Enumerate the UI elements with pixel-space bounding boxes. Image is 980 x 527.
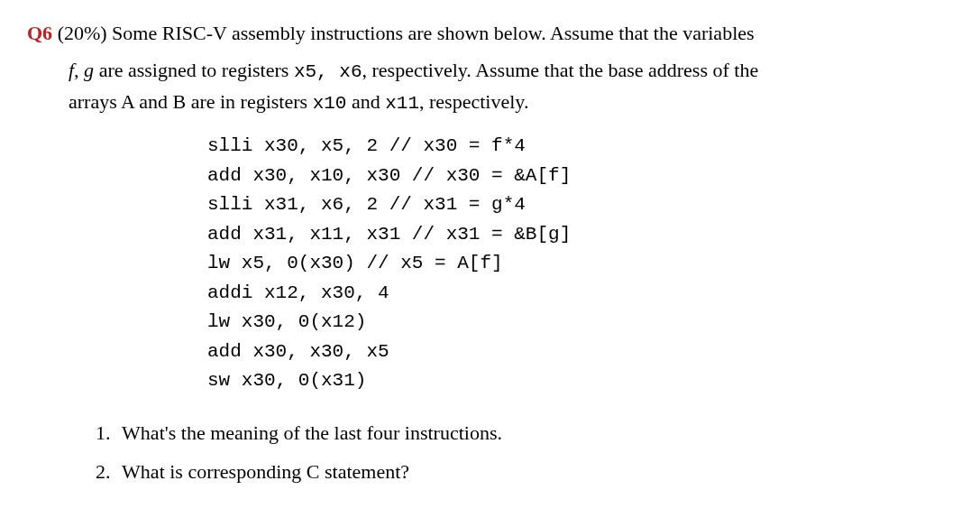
code-line: lw x30, 0(x12) [207, 311, 366, 332]
intro-text-1: Some RISC-V assembly instructions are sh… [107, 22, 755, 44]
intro-and: and [346, 90, 385, 113]
intro-text-3: , respectively. Assume that the base add… [362, 59, 759, 81]
sub-text: What's the meaning of the last four inst… [122, 421, 502, 444]
code-line: lw x5, 0(x30) // x5 = A[f] [207, 253, 503, 273]
question-header: Q6 (20%) Some RISC-V assembly instructio… [27, 18, 953, 48]
intro-text-2: are assigned to registers [94, 59, 294, 81]
intro-line-2: f, g are assigned to registers x5, x6, r… [27, 55, 953, 87]
register-x10: x10 [313, 93, 347, 114]
code-line: add x30, x30, x5 [207, 341, 389, 362]
question-label: Q6 [27, 22, 52, 44]
register-x11: x11 [385, 93, 419, 114]
intro-text-4: arrays A and B are in registers [69, 90, 313, 113]
sub-number: 2. [96, 457, 117, 486]
code-line: add x31, x11, x31 // x31 = &B[g] [207, 224, 571, 245]
code-line: add x30, x10, x30 // x30 = &A[f] [207, 165, 571, 186]
sub-questions: 1. What's the meaning of the last four i… [27, 418, 953, 486]
code-line: slli x30, x5, 2 // x30 = f*4 [207, 135, 526, 156]
code-line: sw x30, 0(x31) [207, 370, 366, 391]
vars-fg: f, g [69, 59, 94, 81]
sub-question-1: 1. What's the meaning of the last four i… [69, 418, 953, 448]
sub-question-2: 2. What is corresponding C statement? [69, 457, 953, 486]
assembly-code-block: slli x30, x5, 2 // x30 = f*4 add x30, x1… [207, 132, 953, 396]
question-percent: (20%) [58, 22, 107, 44]
registers-x5-x6: x5, x6 [294, 61, 362, 82]
intro-line-3: arrays A and B are in registers x10 and … [27, 87, 953, 118]
code-line: addi x12, x30, 4 [207, 282, 389, 303]
intro-text-5: , respectively. [419, 90, 528, 113]
code-line: slli x31, x6, 2 // x31 = g*4 [207, 194, 526, 215]
sub-number: 1. [96, 418, 117, 448]
sub-text: What is corresponding C statement? [122, 460, 409, 483]
